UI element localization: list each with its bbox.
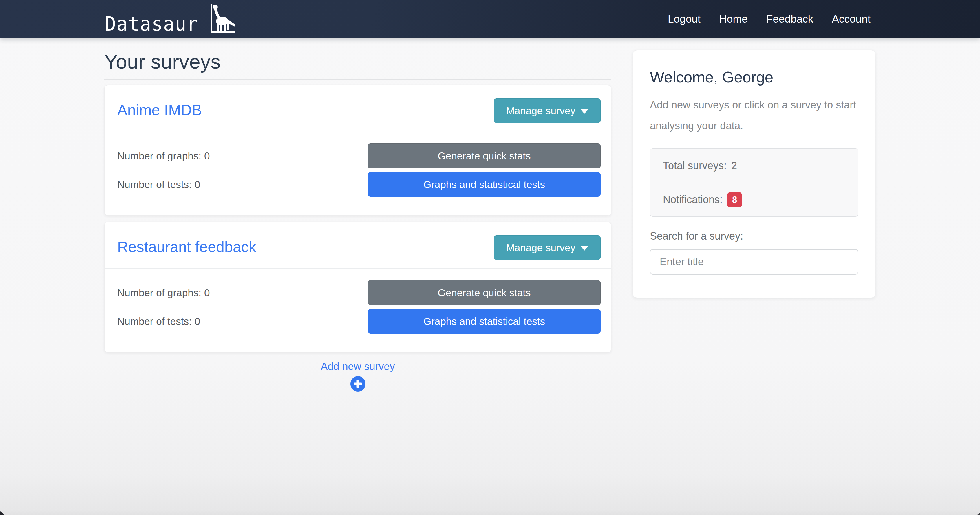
dinosaur-chart-icon [207, 4, 236, 34]
stat-tests: Number of tests: 0 [117, 309, 210, 334]
surveys-column: Your surveys Anime IMDB Manage survey Nu… [104, 38, 611, 393]
survey-card-header: Restaurant feedback Manage survey [105, 222, 611, 269]
sidebar-column: Welcome, George Add new surveys or click… [633, 50, 875, 298]
generate-quick-stats-button[interactable]: Generate quick stats [368, 143, 601, 168]
nav-link-home[interactable]: Home [719, 14, 748, 24]
stat-graphs: Number of graphs: 0 [117, 143, 210, 168]
survey-card-body: Number of graphs: 0 Number of tests: 0 G… [105, 132, 611, 215]
caret-down-icon [581, 246, 588, 250]
page-title: Your surveys [104, 50, 611, 73]
survey-actions: Generate quick stats Graphs and statisti… [368, 143, 601, 197]
welcome-panel: Welcome, George Add new surveys or click… [633, 50, 875, 298]
total-surveys-label: Total surveys: [663, 160, 727, 172]
notifications-label: Notifications: [663, 193, 722, 206]
stat-graphs: Number of graphs: 0 [117, 280, 210, 305]
manage-survey-button[interactable]: Manage survey [494, 98, 601, 123]
caret-down-icon [581, 109, 588, 114]
add-survey-block: Add new survey [104, 360, 611, 393]
footer-edge-right [977, 513, 980, 515]
brand-logo[interactable]: Datasaur [105, 4, 236, 34]
brand-text: Datasaur [105, 14, 198, 34]
nav-links: Logout Home Feedback Account [668, 14, 870, 24]
survey-stats: Number of graphs: 0 Number of tests: 0 [117, 143, 210, 197]
manage-survey-button[interactable]: Manage survey [494, 235, 601, 260]
stat-graphs-value: 0 [204, 150, 210, 162]
survey-stats: Number of graphs: 0 Number of tests: 0 [117, 280, 210, 334]
stat-tests-label: Number of tests: [117, 179, 192, 190]
stat-graphs-label: Number of graphs: [117, 150, 201, 162]
search-label: Search for a survey: [650, 230, 858, 242]
stat-tests-value: 0 [195, 316, 200, 327]
nav-link-feedback[interactable]: Feedback [766, 14, 813, 24]
manage-survey-label: Manage survey [506, 105, 576, 117]
graphs-statistical-tests-button[interactable]: Graphs and statistical tests [368, 309, 601, 334]
notifications-item: Notifications: 8 [650, 182, 858, 216]
notifications-badge: 8 [727, 192, 742, 208]
survey-actions: Generate quick stats Graphs and statisti… [368, 280, 601, 334]
stat-tests: Number of tests: 0 [117, 172, 210, 197]
survey-card-header: Anime IMDB Manage survey [105, 86, 611, 132]
plus-circle-icon[interactable] [350, 376, 366, 392]
survey-title-link[interactable]: Anime IMDB [117, 101, 202, 119]
graphs-statistical-tests-button[interactable]: Graphs and statistical tests [368, 172, 601, 197]
total-surveys-value: 2 [731, 160, 737, 172]
summary-list: Total surveys: 2 Notifications: 8 [650, 149, 858, 217]
welcome-description: Add new surveys or click on a survey to … [650, 95, 858, 136]
stat-tests-label: Number of tests: [117, 316, 192, 327]
stat-tests-value: 0 [195, 179, 200, 190]
manage-survey-label: Manage survey [506, 242, 576, 254]
add-new-survey-link[interactable]: Add new survey [321, 360, 395, 372]
content-row: Your surveys Anime IMDB Manage survey Nu… [0, 38, 980, 393]
navbar: Datasaur Logout Home Feedback [0, 0, 980, 38]
generate-quick-stats-button[interactable]: Generate quick stats [368, 280, 601, 305]
nav-link-account[interactable]: Account [832, 14, 870, 24]
stat-graphs-value: 0 [204, 287, 210, 299]
survey-card-anime-imdb: Anime IMDB Manage survey Number of graph… [104, 85, 611, 216]
title-divider [104, 79, 611, 79]
footer-edge-left [0, 511, 5, 515]
total-surveys-item: Total surveys: 2 [650, 149, 858, 182]
nav-link-logout[interactable]: Logout [668, 14, 700, 24]
survey-card-restaurant-feedback: Restaurant feedback Manage survey Number… [104, 222, 611, 352]
survey-search-input[interactable] [650, 249, 858, 274]
survey-title-link[interactable]: Restaurant feedback [117, 238, 256, 256]
welcome-heading: Welcome, George [650, 68, 858, 86]
survey-card-body: Number of graphs: 0 Number of tests: 0 G… [105, 269, 611, 352]
stat-graphs-label: Number of graphs: [117, 287, 201, 299]
